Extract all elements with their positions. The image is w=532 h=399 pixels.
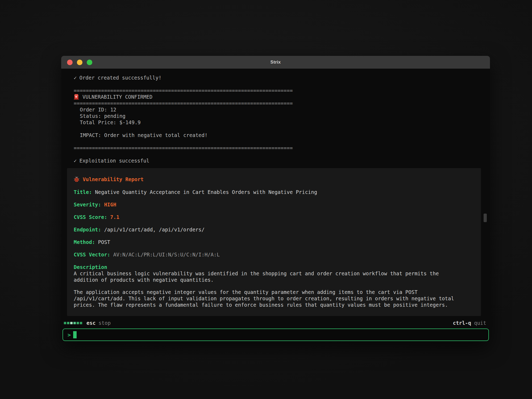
alert-heading-row: VULNERABILITY CONFIRMED bbox=[74, 94, 480, 100]
order-success-text: Order created successfully! bbox=[79, 75, 161, 81]
report-field-title: Title: Negative Quantity Acceptance in C… bbox=[74, 189, 474, 195]
separator-line: ========================================… bbox=[74, 145, 480, 151]
spinner bbox=[64, 322, 82, 324]
window-controls bbox=[67, 56, 92, 69]
stop-action-label: stop bbox=[98, 320, 111, 326]
vulnerability-report-panel: Vulnerability Report Title: Negative Qua… bbox=[67, 168, 481, 316]
report-heading-text: Vulnerability Report bbox=[83, 176, 144, 182]
terminal-content: ✓Order created successfully! ===========… bbox=[61, 69, 490, 317]
field-label: Title: bbox=[74, 189, 92, 195]
alert-field: Order ID: 12 bbox=[80, 106, 480, 113]
close-window-icon[interactable] bbox=[67, 60, 73, 65]
description-heading: Description bbox=[74, 264, 474, 270]
text-cursor bbox=[73, 331, 77, 338]
report-field-cvss-score: CVSS Score: 7.1 bbox=[74, 214, 474, 220]
description-paragraph: A critical business logic vulnerability … bbox=[74, 270, 474, 283]
check-icon: ✓ bbox=[74, 158, 77, 164]
field-value: /api/v1/cart/add, /api/v1/orders/ bbox=[104, 227, 205, 232]
minimize-window-icon[interactable] bbox=[77, 60, 82, 65]
field-label: CVSS Vector: bbox=[74, 252, 110, 257]
field-label: Method: bbox=[74, 239, 95, 245]
alert-heading-text: VULNERABILITY CONFIRMED bbox=[82, 94, 152, 100]
report-field-endpoint: Endpoint: /api/v1/cart/add, /api/v1/orde… bbox=[74, 226, 474, 233]
titlebar[interactable]: Strix bbox=[61, 56, 490, 69]
esc-key-hint: esc bbox=[86, 320, 95, 326]
field-label: Endpoint: bbox=[74, 227, 101, 232]
exploitation-success-line: ✓Exploitation successful bbox=[74, 157, 480, 164]
report-field-method: Method: POST bbox=[74, 239, 474, 245]
field-label: Severity: bbox=[74, 202, 101, 207]
separator-line: ========================================… bbox=[74, 87, 480, 94]
prompt-chevron: > bbox=[68, 332, 71, 338]
separator-line: ========================================… bbox=[74, 100, 480, 106]
report-heading-row: Vulnerability Report bbox=[74, 176, 474, 182]
report-field-cvss-vector: CVSS Vector: AV:N/AC:L/PR:L/UI:N/S:U/C:N… bbox=[74, 251, 474, 258]
ladybug-icon bbox=[74, 176, 80, 182]
alert-field: Status: pending bbox=[80, 113, 480, 119]
description-paragraph: The application accepts negative integer… bbox=[74, 289, 474, 308]
report-field-severity: Severity: HIGH bbox=[74, 201, 474, 208]
order-success-line: ✓Order created successfully! bbox=[74, 74, 480, 81]
field-value: Negative Quantity Acceptance in Cart Ena… bbox=[95, 189, 317, 195]
maximize-window-icon[interactable] bbox=[87, 60, 92, 65]
status-bar: esc stop ctrl-q quit bbox=[61, 317, 490, 329]
cvss-vector-value: AV:N/AC:L/PR:L/UI:N/S:U/C:N/I:H/A:L bbox=[113, 252, 220, 257]
window-title: Strix bbox=[271, 60, 281, 65]
terminal-output: ✓Order created successfully! ===========… bbox=[61, 69, 490, 164]
impact-line: IMPACT: Order with negative total create… bbox=[80, 132, 480, 138]
cvss-score-value: 7.1 bbox=[110, 214, 119, 220]
strix-window: Strix ✓Order created successfully! =====… bbox=[61, 56, 490, 342]
quit-action-label: quit bbox=[474, 320, 486, 326]
command-input[interactable]: > bbox=[63, 329, 489, 341]
check-icon: ✓ bbox=[74, 75, 77, 81]
alert-field: Total Price: $-149.9 bbox=[80, 119, 480, 126]
field-value: POST bbox=[98, 239, 110, 245]
field-label: CVSS Score: bbox=[74, 214, 107, 220]
ctrl-q-key-hint: ctrl-q bbox=[453, 320, 471, 326]
exploitation-success-text: Exploitation successful bbox=[79, 158, 149, 164]
siren-icon bbox=[74, 94, 79, 100]
severity-badge: HIGH bbox=[104, 202, 116, 207]
scrollbar-thumb[interactable] bbox=[484, 214, 487, 222]
